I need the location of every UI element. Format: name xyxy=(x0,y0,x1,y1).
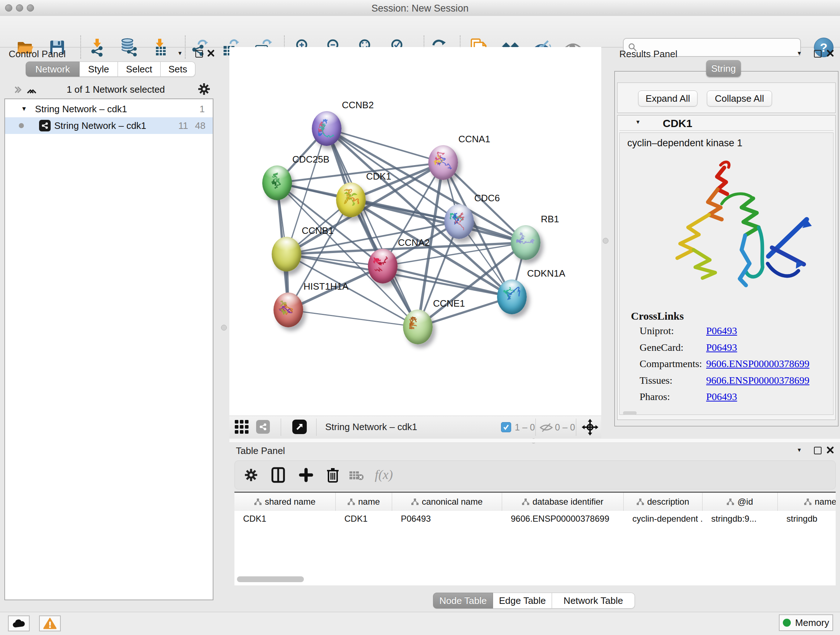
function-builder-icon[interactable]: f(x) xyxy=(375,467,393,482)
crosslinks-title: CrossLinks xyxy=(631,310,684,322)
cell-database-identifier[interactable]: 9606.ENSP00000378699 xyxy=(502,511,624,527)
control-panel-float-icon[interactable] xyxy=(195,50,203,57)
collapse-all-button[interactable]: Collapse All xyxy=(707,90,772,106)
cell--id[interactable]: stringdb:9... xyxy=(703,511,778,527)
column-header-namespace[interactable]: namespace xyxy=(778,493,836,511)
node-label-CCNB2: CCNB2 xyxy=(342,100,374,111)
network-label: String Network – cdk1 xyxy=(54,120,146,131)
cell-namespace[interactable]: stringdb xyxy=(778,511,836,527)
tab-string[interactable]: String xyxy=(706,60,741,77)
network-node-CCNB1[interactable] xyxy=(272,237,302,272)
results-panel-float-icon[interactable] xyxy=(814,50,821,57)
network-node-CDC25B[interactable] xyxy=(262,165,292,200)
control-panel-collapse-icon[interactable]: ▼ xyxy=(177,50,183,56)
tab-network-table[interactable]: Network Table xyxy=(552,593,635,608)
control-panel-title: Control Panel xyxy=(9,49,66,60)
network-node-CCNE1[interactable] xyxy=(403,310,433,344)
cell-shared-name[interactable]: CDK1 xyxy=(234,511,336,527)
network-node-CDC6[interactable] xyxy=(444,204,474,239)
right-splitter-handle[interactable] xyxy=(603,238,608,244)
table-settings-gear-icon[interactable] xyxy=(244,468,258,484)
birdseye-grid-icon[interactable] xyxy=(235,420,250,436)
expand-all-chevron-icon[interactable] xyxy=(26,86,36,97)
table-hscrollbar-thumb[interactable] xyxy=(237,576,304,582)
column-header-database-identifier[interactable]: database identifier xyxy=(502,493,624,511)
delete-column-trash-icon[interactable] xyxy=(326,467,339,485)
network-node-CCNB2[interactable] xyxy=(312,111,341,146)
protein-structure-image xyxy=(634,155,822,296)
column-header--id[interactable]: @id xyxy=(703,493,778,511)
column-header-canonical-name[interactable]: canonical name xyxy=(392,493,502,511)
network-node-CDKN1A[interactable] xyxy=(497,279,527,314)
crosslink-link-uniprot-[interactable]: P06493 xyxy=(706,325,737,337)
hidden-node-edge-counts: 0 – 0 xyxy=(555,422,575,432)
crosslink-label: Pharos: xyxy=(639,391,706,402)
cloud-button[interactable] xyxy=(8,616,30,631)
network-node-HIST1H1A[interactable] xyxy=(273,293,303,327)
footer-separator xyxy=(535,418,536,436)
fit-content-crosshair-icon[interactable] xyxy=(582,419,598,437)
tab-style[interactable]: Style xyxy=(80,62,118,77)
cell-name[interactable]: CDK1 xyxy=(336,511,392,527)
crosslink-row: GeneCard:P06493 xyxy=(639,342,737,353)
tab-edge-table[interactable]: Edge Table xyxy=(493,593,552,608)
network-canvas[interactable]: CCNB2CCNA1CDC25BCDK1CDC6RB1CCNB1CCNA2CDK… xyxy=(229,47,601,416)
left-splitter-handle[interactable] xyxy=(221,325,227,331)
table-panel-close-icon[interactable] xyxy=(826,446,834,455)
collapse-all-chevron-icon[interactable] xyxy=(13,86,23,97)
column-header-description[interactable]: description xyxy=(624,493,703,511)
protein-card-collapse-icon[interactable]: ▼ xyxy=(635,119,641,125)
footer-separator xyxy=(316,418,317,436)
warning-button[interactable] xyxy=(39,616,61,631)
delete-table-icon[interactable] xyxy=(349,470,364,482)
network-status-dot-icon xyxy=(19,123,24,128)
network-options-gear-icon[interactable] xyxy=(197,82,210,97)
import-network-from-database-icon[interactable] xyxy=(119,38,138,57)
column-header-name[interactable]: name xyxy=(336,493,392,511)
footer-separator xyxy=(576,418,576,436)
node-label-CCNA2: CCNA2 xyxy=(398,237,430,249)
crosslink-label: Compartments: xyxy=(639,358,706,370)
network-edge-count: 48 xyxy=(195,120,205,131)
show-columns-icon[interactable] xyxy=(271,467,285,485)
expand-all-button[interactable]: Expand All xyxy=(638,90,698,106)
crosslink-link-compartments-[interactable]: 9606.ENSP00000378699 xyxy=(706,358,809,370)
cell-description[interactable]: cyclin-dependent ... xyxy=(624,511,703,527)
memory-button[interactable]: Memory xyxy=(779,614,833,631)
crosslink-link-genecard-[interactable]: P06493 xyxy=(706,342,737,353)
results-panel-collapse-icon[interactable]: ▼ xyxy=(797,50,802,56)
network-row-selected[interactable]: String Network – cdk1 11 48 xyxy=(5,117,213,134)
crosslink-link-tissues-[interactable]: 9606.ENSP00000378699 xyxy=(706,375,809,386)
network-collection-row[interactable]: ▼ String Network – cdk1 1 xyxy=(5,101,213,117)
network-node-CDK1[interactable] xyxy=(336,182,366,217)
crosslink-row: Compartments:9606.ENSP00000378699 xyxy=(639,358,809,370)
table-toolbar xyxy=(234,461,836,489)
add-column-icon[interactable] xyxy=(299,468,313,484)
hidden-eye-icon[interactable] xyxy=(540,423,553,434)
tab-network[interactable]: Network xyxy=(26,62,80,77)
control-panel-close-icon[interactable] xyxy=(207,49,215,59)
tab-sets[interactable]: Sets xyxy=(161,62,195,77)
results-scrollbar-stub[interactable] xyxy=(623,411,637,415)
network-node-CCNA1[interactable] xyxy=(428,145,458,180)
network-edges xyxy=(229,47,601,416)
tab-node-table[interactable]: Node Table xyxy=(433,593,493,608)
network-node-CCNA2[interactable] xyxy=(368,249,398,283)
network-node-RB1[interactable] xyxy=(511,225,540,260)
tree-expand-icon[interactable]: ▼ xyxy=(21,105,27,112)
cell-canonical-name[interactable]: P06493 xyxy=(392,511,502,527)
table-panel-title: Table Panel xyxy=(236,445,285,456)
open-in-new-window-icon[interactable] xyxy=(292,420,307,434)
network-share-icon[interactable] xyxy=(256,420,270,434)
footer-separator xyxy=(281,418,281,436)
selected-checkbox-icon[interactable] xyxy=(501,422,511,432)
results-panel-close-icon[interactable] xyxy=(826,49,834,59)
table-panel-collapse-icon[interactable]: ▼ xyxy=(797,447,802,453)
import-network-from-file-icon[interactable] xyxy=(88,38,107,57)
toolbar-separator xyxy=(185,35,186,59)
tab-select[interactable]: Select xyxy=(118,62,161,77)
crosslink-link-pharos-[interactable]: P06493 xyxy=(706,391,737,402)
table-panel-float-icon[interactable] xyxy=(814,447,821,454)
column-header-shared-name[interactable]: shared name xyxy=(234,493,336,511)
import-table-from-file-icon[interactable] xyxy=(151,38,170,57)
